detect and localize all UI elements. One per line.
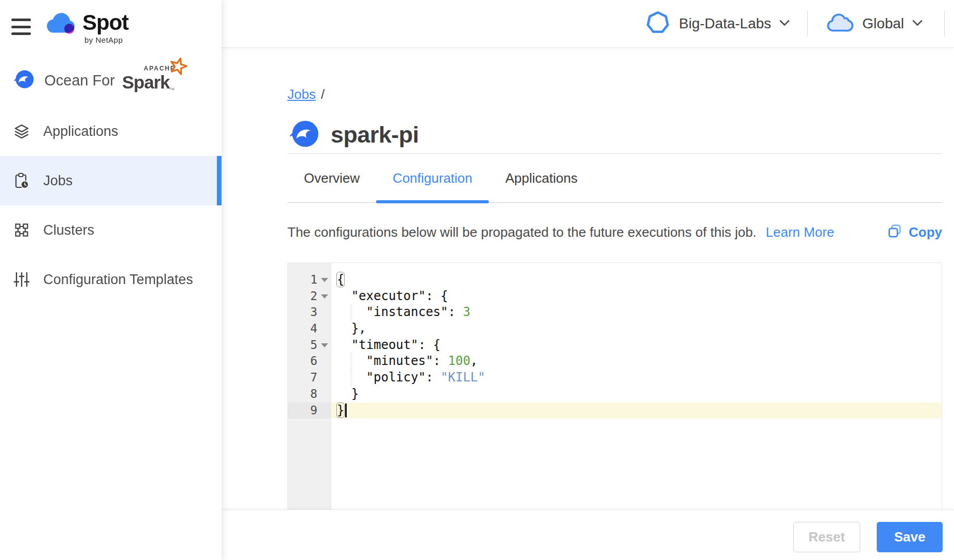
sidebar-nav: Applications Jobs [0, 107, 222, 304]
hamburger-bar [11, 32, 31, 35]
action-footer: Reset Save [222, 510, 954, 560]
spark-wordmark: Spark [122, 72, 169, 92]
code-line[interactable]: "policy": "KILL" [332, 370, 942, 386]
breadcrumb: Jobs/ [287, 86, 325, 102]
ocean-wave-icon [12, 68, 35, 93]
code-token: "executor": { [336, 289, 448, 303]
spot-logo[interactable]: Spot by NetApp [45, 10, 128, 44]
line-number: 6 [288, 353, 331, 370]
sidebar-item-clusters[interactable]: Clusters [0, 205, 222, 255]
copy-button-label: Copy [909, 224, 942, 240]
code-token: 3 [463, 305, 470, 319]
chevron-down-icon [779, 19, 790, 28]
code-token: 100 [448, 354, 470, 368]
code-line[interactable]: } [332, 386, 942, 402]
tab-bar: Overview Configuration Applications [287, 154, 942, 203]
org-selector-label: Big-Data-Labs [679, 15, 771, 32]
tab-overview[interactable]: Overview [287, 154, 376, 202]
sidebar-item-configuration-templates[interactable]: Configuration Templates [0, 255, 222, 304]
clipboard-clock-icon [13, 172, 30, 189]
editor-gutter: 1 2 3 4 5 6 7 8 9 [288, 263, 331, 510]
json-code-editor[interactable]: 1 2 3 4 5 6 7 8 9 { "executor": { "insta… [287, 262, 942, 510]
cluster-nodes-icon [13, 222, 30, 238]
sidebar-item-label: Applications [43, 124, 118, 139]
breadcrumb-separator: / [321, 86, 325, 102]
sidebar-item-jobs[interactable]: Jobs [0, 156, 222, 205]
fold-arrow-icon[interactable] [321, 343, 328, 347]
tab-configuration[interactable]: Configuration [376, 154, 489, 202]
line-number: 9 [288, 402, 331, 419]
line-number: 4 [288, 321, 331, 337]
chevron-down-icon [912, 19, 923, 28]
active-tab-underline [376, 200, 489, 203]
apache-spark-logo: APACHE Spark™ [122, 68, 175, 93]
tab-applications[interactable]: Applications [489, 154, 594, 202]
save-button[interactable]: Save [877, 522, 943, 552]
cloud-icon [825, 11, 854, 37]
line-number: 3 [288, 304, 331, 321]
code-line[interactable]: "timeout": { [332, 337, 942, 354]
tab-label: Overview [304, 170, 360, 186]
title-row: spark-pi [287, 117, 419, 152]
top-header: Big-Data-Labs Global [222, 0, 954, 48]
selected-indicator-bar [217, 156, 222, 205]
main-content: Jobs/ spark-pi Overview Configuration [222, 48, 954, 510]
tab-label: Configuration [393, 170, 472, 186]
line-number: 1 [288, 272, 331, 288]
line-number: 5 [288, 337, 331, 354]
code-token: "timeout": { [336, 338, 440, 352]
code-line-active[interactable]: } [332, 402, 942, 419]
org-selector[interactable]: Big-Data-Labs [645, 10, 790, 38]
ocean-for-spark-link[interactable]: Ocean For APACHE Spark™ [12, 68, 175, 93]
layers-icon [13, 123, 30, 139]
sidebar: Spot by NetApp Ocean For APACHE Spark™ [0, 0, 222, 560]
page-title: spark-pi [331, 121, 419, 148]
line-number: 8 [288, 386, 331, 402]
editor-text-area[interactable]: { "executor": { "instances": 3 }, "timeo… [332, 263, 942, 510]
ocean-wave-icon [287, 117, 320, 152]
code-line[interactable]: }, [332, 321, 942, 337]
header-divider [807, 11, 808, 37]
ocean-for-label: Ocean For [44, 72, 115, 89]
reset-button[interactable]: Reset [793, 522, 860, 552]
sliders-icon [13, 271, 30, 288]
code-token: }, [336, 321, 366, 336]
code-token: "policy": [336, 370, 440, 384]
header-controls: Big-Data-Labs Global [645, 0, 954, 47]
hamburger-menu-icon[interactable] [11, 19, 31, 35]
description-text: The configurations below will be propaga… [287, 224, 757, 240]
code-line[interactable]: { [332, 272, 942, 288]
sidebar-item-label: Clusters [43, 222, 94, 238]
code-line[interactable]: "executor": { [332, 288, 942, 305]
code-token: } [336, 387, 359, 401]
indent-guide [351, 353, 351, 370]
fold-arrow-icon[interactable] [321, 278, 328, 282]
heptagon-icon [645, 10, 671, 38]
spot-byline: by NetApp [84, 36, 128, 44]
code-token: , [470, 354, 478, 368]
sidebar-item-label: Jobs [43, 173, 73, 189]
breadcrumb-jobs-link[interactable]: Jobs [287, 86, 316, 102]
hamburger-bar [11, 19, 31, 21]
scope-selector-label: Global [862, 15, 904, 32]
indent-guide [351, 370, 351, 386]
spark-trademark: ™ [169, 87, 175, 93]
code-line[interactable]: "instances": 3 [332, 304, 942, 321]
code-token: { [336, 272, 345, 287]
text-cursor [345, 404, 347, 417]
header-divider [944, 11, 945, 37]
line-number: 7 [288, 370, 331, 386]
indent-guide [351, 304, 351, 321]
code-line[interactable]: "minutes": 100, [332, 353, 942, 370]
hamburger-bar [11, 26, 31, 28]
scope-selector[interactable]: Global [825, 11, 923, 37]
learn-more-link[interactable]: Learn More [766, 224, 834, 240]
spark-star-icon [168, 57, 188, 78]
sidebar-item-applications[interactable]: Applications [0, 107, 222, 156]
code-token: "KILL" [440, 370, 485, 384]
code-token: "minutes": [336, 354, 448, 368]
fold-arrow-icon[interactable] [321, 294, 328, 299]
description-row: The configurations below will be propaga… [287, 218, 942, 246]
copy-button[interactable]: Copy [887, 223, 942, 241]
sidebar-item-label: Configuration Templates [43, 272, 193, 288]
